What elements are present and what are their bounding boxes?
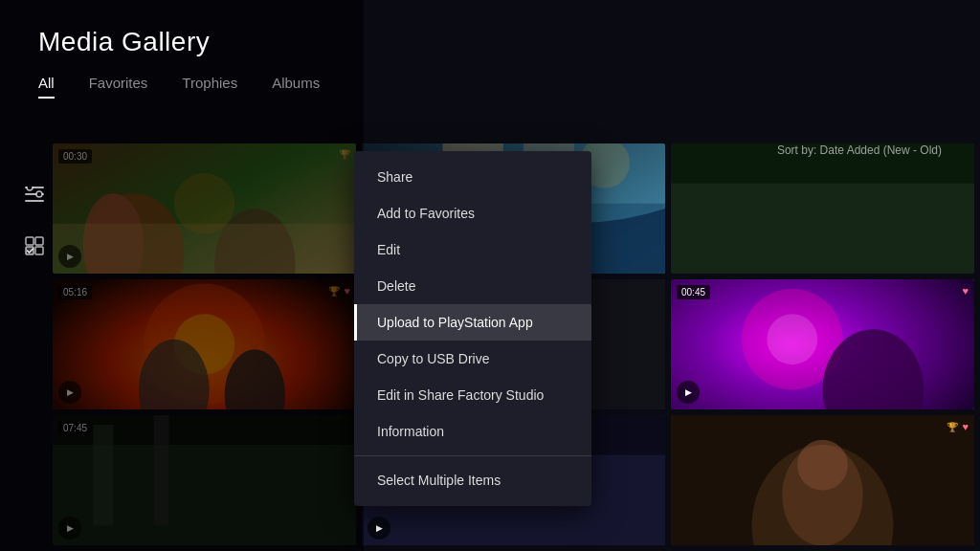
thumb-8-play[interactable]: ▶ <box>368 517 390 540</box>
media-thumb-4[interactable]: 05:16 ▶ 🏆 ♥ <box>53 279 356 409</box>
media-thumb-5[interactable]: 00:45 ▶ ♥ <box>671 279 974 409</box>
thumb-1-duration: 00:30 <box>58 149 92 164</box>
svg-point-41 <box>797 440 848 491</box>
menu-item-add-favorites[interactable]: Add to Favorites <box>354 195 591 231</box>
menu-divider <box>354 455 591 456</box>
thumb-1-icons: 🏆 <box>339 149 350 160</box>
heart-icon-4: ♥ <box>344 285 350 297</box>
svg-point-3 <box>27 187 33 190</box>
svg-rect-34 <box>93 425 113 526</box>
sidebar <box>17 177 52 263</box>
tabs-nav: All Favorites Trophies Albums <box>38 75 942 99</box>
thumb-4-icons: 🏆 ♥ <box>328 285 350 297</box>
heart-icon-5: ♥ <box>962 285 969 297</box>
tab-albums[interactable]: Albums <box>272 75 320 99</box>
svg-rect-8 <box>35 247 43 254</box>
thumb-7-play[interactable]: ▶ <box>58 517 81 540</box>
header: Media Gallery All Favorites Trophies Alb… <box>0 0 980 99</box>
thumb-4-duration: 05:16 <box>58 285 92 299</box>
svg-point-4 <box>36 191 42 197</box>
svg-point-14 <box>174 173 234 233</box>
menu-item-share[interactable]: Share <box>354 159 591 195</box>
thumb-5-icons: ♥ <box>962 285 969 297</box>
menu-item-delete[interactable]: Delete <box>354 268 591 304</box>
thumb-9-icons: 🏆 ♥ <box>947 421 969 432</box>
trophy-icon-4: 🏆 <box>328 286 340 297</box>
media-thumb-7[interactable]: 07:45 ▶ <box>53 415 356 545</box>
media-thumb-1[interactable]: 00:30 ▶ 🏆 <box>53 143 356 274</box>
context-menu: Share Add to Favorites Edit Delete Uploa… <box>354 151 591 506</box>
svg-rect-21 <box>671 184 974 274</box>
media-thumb-3[interactable] <box>671 143 974 274</box>
svg-rect-6 <box>35 237 43 245</box>
menu-item-share-factory[interactable]: Edit in Share Factory Studio <box>354 377 591 413</box>
thumb-1-play[interactable]: ▶ <box>58 245 81 268</box>
svg-rect-2 <box>25 200 44 202</box>
heart-icon-9: ♥ <box>962 421 969 432</box>
thumb-7-duration: 07:45 <box>58 421 92 435</box>
media-thumb-9[interactable]: 🏆 ♥ <box>671 415 974 545</box>
thumb-5-play[interactable]: ▶ <box>677 381 700 404</box>
sort-label: Sort by: Date Added (New - Old) <box>777 143 942 157</box>
svg-rect-5 <box>26 237 33 245</box>
thumb-4-play[interactable]: ▶ <box>58 381 81 404</box>
svg-rect-35 <box>154 415 169 526</box>
tab-favorites[interactable]: Favorites <box>89 75 148 99</box>
select-icon[interactable] <box>17 229 52 263</box>
menu-item-edit[interactable]: Edit <box>354 231 591 268</box>
trophy-icon-9: 🏆 <box>947 422 958 432</box>
menu-item-upload-ps-app[interactable]: Upload to PlayStation App <box>354 304 591 341</box>
menu-item-information[interactable]: Information <box>354 413 591 450</box>
tab-all[interactable]: All <box>38 75 55 99</box>
menu-item-copy-usb[interactable]: Copy to USB Drive <box>354 341 591 377</box>
menu-item-select-multiple[interactable]: Select Multiple Items <box>354 462 591 498</box>
thumb-5-duration: 00:45 <box>677 285 710 299</box>
svg-point-30 <box>767 314 817 364</box>
trophy-icon: 🏆 <box>339 149 350 160</box>
tab-trophies[interactable]: Trophies <box>182 75 237 99</box>
page-title: Media Gallery <box>38 27 942 57</box>
filter-icon[interactable] <box>17 177 52 211</box>
